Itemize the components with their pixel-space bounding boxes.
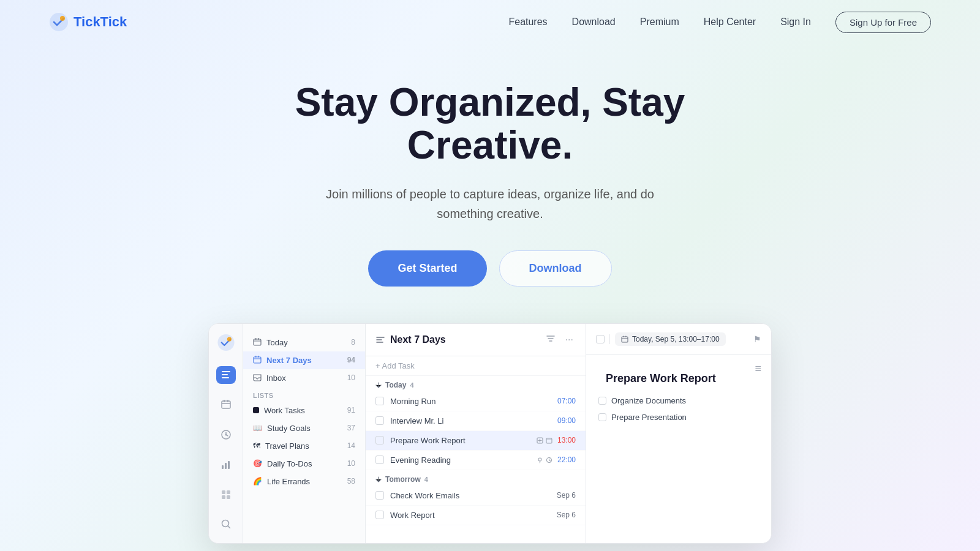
svg-rect-32 [625,335,626,337]
list-item-study-goals[interactable]: 📖 Study Goals 37 [243,419,365,437]
task-prepare-report[interactable]: Prepare Work Report 13:00 [366,431,586,451]
svg-rect-8 [224,400,225,402]
nav-sign-in[interactable]: Sign In [780,17,811,28]
tasks-header-actions: ··· [543,332,576,347]
task-row-icons [537,437,552,444]
tasks-panel: Next 7 Days ··· + Add Task Today 4 [366,324,586,543]
list-study-goals-label: Study Goals [267,424,311,433]
add-task-row[interactable]: + Add Task [366,356,586,376]
subtask-presentation[interactable]: Prepare Presentation [586,409,771,425]
svg-point-28 [538,458,541,461]
app-window: Today 8 Next 7 Days 94 Inbox 10 Lists [208,323,772,544]
svg-rect-17 [222,495,225,499]
task-work-report[interactable]: Work Report Sep 6 [366,506,586,525]
nav-download[interactable]: Download [572,17,616,28]
hero-title: Stay Organized, Stay Creative. [214,81,766,167]
detail-panel: Today, Sep 5, 13:00–17:00 ⚑ Prepare Work… [586,324,771,543]
nav-today-count: 8 [351,338,355,347]
list-life-errands-label: Life Errands [267,477,310,486]
sidebar-icon-tasks[interactable] [216,366,236,384]
list-study-goals-count: 37 [347,424,355,432]
task-checkbox[interactable] [375,397,384,405]
tasks-panel-title: Next 7 Days [375,334,446,345]
brand-name: TickTick [74,14,127,30]
tasks-header: Next 7 Days ··· [366,324,586,356]
app-mockup-container: Today 8 Next 7 Days 94 Inbox 10 Lists [0,323,980,544]
task-check-emails[interactable]: Check Work Emails Sep 6 [366,486,586,506]
svg-rect-12 [222,465,224,469]
task-checkbox[interactable] [375,455,384,464]
svg-rect-30 [622,337,628,342]
detail-menu-icon[interactable]: ≡ [755,362,761,375]
svg-rect-25 [258,356,260,358]
clock-small-icon [546,457,552,463]
svg-rect-18 [227,495,230,499]
task-checkbox[interactable] [375,416,384,425]
svg-rect-9 [227,400,228,402]
subtask-checkbox[interactable] [598,397,606,405]
hero-subtitle: Join millions of people to capture ideas… [306,184,674,223]
get-started-button[interactable]: Get Started [368,250,486,287]
task-morning-run[interactable]: Morning Run 07:00 [366,392,586,411]
nav-item-inbox[interactable]: Inbox 10 [243,369,365,387]
task-evening-reading[interactable]: Evening Reading 22:00 [366,451,586,470]
svg-rect-20 [254,339,261,345]
sidebar-icon-calendar[interactable] [216,396,236,414]
list-daily-todos-label: Daily To-Dos [267,459,312,468]
nav-item-next7days[interactable]: Next 7 Days 94 [243,351,365,369]
hero-buttons: Get Started Download [368,250,611,287]
detail-date-text: Today, Sep 5, 13:00–17:00 [632,335,720,343]
tasks-title-icon [375,335,385,345]
nav-next7-label: Next 7 Days [266,356,312,365]
list-work-tasks-label: Work Tasks [264,406,305,415]
nav-premium[interactable]: Premium [640,17,679,28]
nav-help-center[interactable]: Help Center [704,17,756,28]
list-item-work-tasks[interactable]: Work Tasks 91 [243,402,365,419]
flag-icon[interactable]: ⚑ [753,334,761,344]
svg-rect-16 [227,490,230,494]
svg-rect-27 [546,438,552,443]
sidebar-icon-search[interactable] [216,515,236,533]
task-interview[interactable]: Interview Mr. Li 09:00 [366,411,586,431]
svg-rect-7 [222,401,230,408]
svg-rect-14 [228,461,230,469]
nav-features[interactable]: Features [508,17,547,28]
signup-button[interactable]: Sign Up for Free [835,12,931,33]
list-item-daily-todos[interactable]: 🎯 Daily To-Dos 10 [243,455,365,473]
more-icon[interactable]: ··· [563,333,576,347]
svg-rect-31 [624,335,624,337]
section-today: Today 4 [366,376,586,392]
svg-rect-24 [255,356,257,358]
task-checkbox[interactable] [375,436,384,444]
list-item-life-errands[interactable]: 🌈 Life Errands 58 [243,473,365,490]
task-checkbox[interactable] [375,491,384,500]
svg-rect-21 [255,338,257,340]
subtask-presentation-label: Prepare Presentation [611,413,687,422]
list-travel-plans-count: 14 [347,441,355,450]
sidebar-icons [209,324,243,543]
detail-date-badge[interactable]: Today, Sep 5, 13:00–17:00 [615,332,726,346]
nav-item-today[interactable]: Today 8 [243,334,365,351]
svg-rect-23 [254,357,261,363]
sort-icon[interactable] [543,332,558,347]
download-button[interactable]: Download [499,250,612,287]
detail-complete-checkbox[interactable] [596,335,605,343]
logo[interactable]: TickTick [49,12,127,32]
attachment-icon [537,437,543,444]
svg-rect-5 [222,374,228,375]
sidebar-icon-clock[interactable] [216,425,236,443]
list-item-travel-plans[interactable]: 🗺 Travel Plans 14 [243,437,365,455]
detail-header: Today, Sep 5, 13:00–17:00 ⚑ [586,324,771,355]
svg-rect-4 [222,371,230,372]
hero-section: Stay Organized, Stay Creative. Join mill… [0,44,980,287]
list-work-tasks-count: 91 [347,406,355,414]
subtask-checkbox[interactable] [598,413,606,421]
task-row-icons [537,457,552,463]
subtask-organize[interactable]: Organize Documents [586,392,771,409]
sidebar-icon-apps[interactable] [216,485,236,503]
svg-rect-13 [225,463,227,469]
calendar-small-icon [546,437,552,444]
nav-next7-count: 94 [347,356,355,364]
task-checkbox[interactable] [375,511,384,519]
sidebar-icon-analytics[interactable] [216,455,236,473]
